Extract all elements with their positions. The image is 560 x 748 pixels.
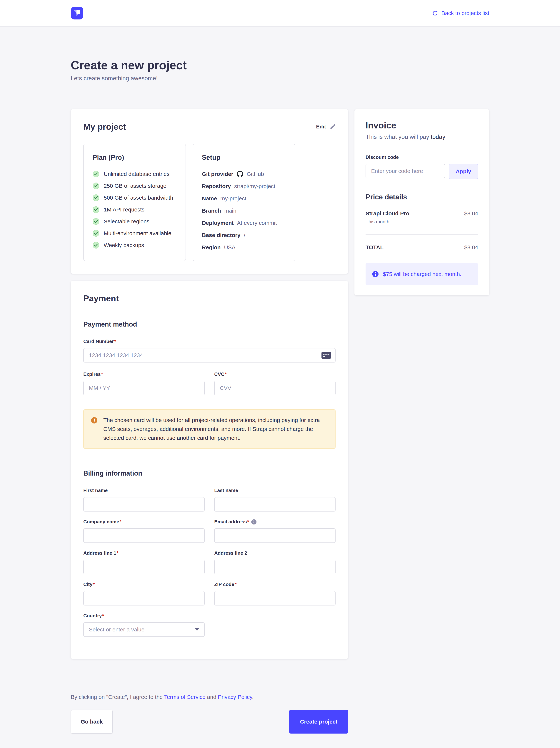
cvc-input[interactable] (214, 381, 336, 395)
price-item-name: Strapi Cloud Pro (366, 210, 410, 217)
plan-feature: Weekly backups (93, 241, 177, 249)
discount-code-label: Discount code (366, 155, 478, 160)
card-usage-warning: The chosen card will be used for all pro… (83, 410, 336, 449)
country-select[interactable]: Select or enter a value (83, 622, 204, 637)
plan-feature: 1M API requests (93, 206, 177, 213)
pencil-icon (330, 124, 336, 130)
city-field: City* (83, 582, 204, 606)
company-name-field: Company name* (83, 519, 204, 543)
chevron-down-icon (195, 628, 199, 631)
company-name-label: Company name* (83, 519, 204, 525)
price-item-amount: $8.04 (464, 210, 478, 217)
terms-text: By clicking on "Create", I agree to the … (71, 694, 348, 700)
address-line-1-field: Address line 1* (83, 550, 204, 574)
card-number-field: Card Number* (83, 338, 336, 363)
address-line-1-label: Address line 1* (83, 550, 204, 556)
check-icon (93, 183, 99, 189)
last-name-label: Last name (214, 488, 336, 493)
github-icon (237, 171, 243, 178)
project-card-title: My project (83, 122, 126, 132)
zip-code-label: ZIP code* (214, 582, 336, 587)
check-icon (93, 206, 99, 213)
payment-card: Payment Payment method Card Number* (71, 281, 348, 659)
email-address-field: Email address* (214, 519, 336, 543)
address-line-2-input[interactable] (214, 560, 336, 574)
setup-row-repository: Repository strapi/my-project (202, 183, 286, 190)
first-name-field: First name (83, 488, 204, 512)
last-name-input[interactable] (214, 497, 336, 512)
check-icon (93, 194, 99, 201)
create-project-button[interactable]: Create project (289, 710, 348, 733)
expires-field: Expires* (83, 371, 204, 395)
company-name-input[interactable] (83, 529, 204, 543)
back-link-label: Back to projects list (441, 10, 489, 16)
card-number-label: Card Number* (83, 338, 336, 344)
zip-code-field: ZIP code* (214, 582, 336, 606)
total-amount: $8.04 (464, 244, 478, 251)
cvc-field: CVC* (214, 371, 336, 395)
setup-row-base-directory: Base directory / (202, 232, 286, 239)
strapi-logo-icon (71, 7, 83, 20)
country-field: Country* Select or enter a value (83, 613, 204, 637)
cvc-label: CVC* (214, 371, 336, 377)
zip-code-input[interactable] (214, 591, 336, 606)
price-divider (366, 234, 478, 235)
my-project-card: My project Edit (71, 109, 348, 274)
invoice-card: Invoice This is what you will pay today … (355, 109, 489, 296)
plan-feature: Selectable regions (93, 218, 177, 225)
plan-feature-list: Unlimited database entries 250 GB of ass… (93, 170, 177, 249)
plan-feature: 250 GB of assets storage (93, 182, 177, 190)
setup-row-deployment: Deployment At every commit (202, 219, 286, 227)
setup-row-git-provider: Git provider GitHub (202, 170, 286, 178)
price-item-period: This month (366, 219, 478, 225)
warning-text: The chosen card will be used for all pro… (103, 416, 325, 442)
expires-label: Expires* (83, 371, 204, 377)
credit-card-icon (321, 352, 331, 359)
expires-input[interactable] (83, 381, 204, 395)
setup-box: Setup Git provider GitHub (193, 144, 295, 261)
edit-project-button[interactable]: Edit (316, 124, 336, 130)
price-details-heading: Price details (366, 193, 478, 201)
first-name-label: First name (83, 488, 204, 493)
page-subtitle: Lets create something awesome! (71, 75, 489, 82)
edit-label: Edit (316, 124, 326, 130)
info-icon (251, 519, 257, 524)
card-number-input[interactable] (83, 348, 336, 363)
go-back-button[interactable]: Go back (71, 710, 113, 733)
setup-row-name: Name my-project (202, 195, 286, 202)
terms-of-service-link[interactable]: Terms of Service (164, 694, 205, 700)
check-icon (93, 218, 99, 225)
setup-row-region: Region USA (202, 244, 286, 251)
address-line-1-input[interactable] (83, 560, 204, 574)
email-address-input[interactable] (214, 529, 336, 543)
address-line-2-field: Address line 2 (214, 550, 336, 574)
billing-heading: Billing information (83, 469, 336, 477)
plan-feature: Multi-environment available (93, 230, 177, 237)
back-to-projects-link[interactable]: Back to projects list (432, 10, 489, 16)
invoice-title: Invoice (366, 120, 478, 131)
plan-title: Plan (Pro) (93, 154, 177, 161)
page-title: Create a new project (71, 58, 489, 73)
setup-row-branch: Branch main (202, 207, 286, 214)
plan-feature: 500 GB of assets bandwidth (93, 194, 177, 202)
discount-code-input[interactable] (366, 164, 445, 178)
plan-box: Plan (Pro) Unlimited database entries 25… (83, 144, 186, 261)
payment-title: Payment (83, 294, 336, 303)
last-name-field: Last name (214, 488, 336, 512)
price-line-item: Strapi Cloud Pro $8.04 (366, 210, 478, 217)
address-line-2-label: Address line 2 (214, 550, 336, 556)
city-input[interactable] (83, 591, 204, 606)
check-icon (93, 171, 99, 178)
total-label: TOTAL (366, 244, 384, 251)
total-row: TOTAL $8.04 (366, 244, 478, 251)
info-circle-icon (372, 271, 379, 277)
apply-button[interactable]: Apply (449, 164, 478, 179)
plan-feature: Unlimited database entries (93, 170, 177, 178)
privacy-policy-link[interactable]: Privacy Policy (218, 694, 252, 700)
city-label: City* (83, 582, 204, 587)
invoice-subtitle: This is what you will pay today (366, 134, 478, 140)
first-name-input[interactable] (83, 497, 204, 512)
country-label: Country* (83, 613, 204, 618)
check-icon (93, 230, 99, 237)
next-month-note-text: $75 will be charged next month. (383, 271, 461, 277)
